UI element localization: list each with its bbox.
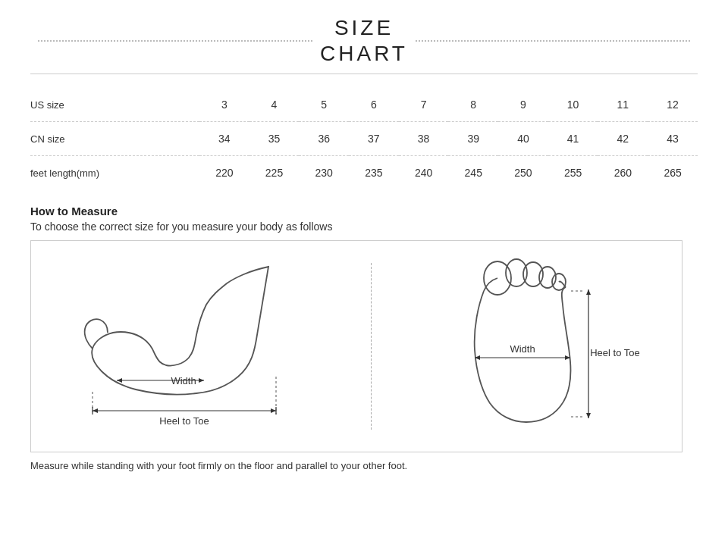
row-cell: 38 [399,122,449,156]
row-cell: 41 [548,122,598,156]
width-label-top: Width [510,343,535,355]
row-cell: 255 [548,156,598,190]
row-label: feet length(mm) [30,156,199,190]
row-cell: 35 [249,122,300,156]
row-cell: 9 [498,88,548,122]
row-cell: 245 [448,156,498,190]
row-cell: 39 [448,122,498,156]
row-cell: 6 [349,88,399,122]
row-cell: 235 [349,156,399,190]
row-cell: 7 [399,88,449,122]
table-row: CN size34353637383940414243 [30,122,698,156]
header-divider [30,74,698,74]
heel-to-toe-label-side: Heel to Toe [159,415,209,427]
how-to-title: How to Measure [30,205,698,217]
svg-marker-4 [93,408,98,413]
vertical-divider [371,263,372,430]
size-table: US size3456789101112CN size3435363738394… [30,88,698,189]
foot-top-view: Width Heel to Toe [406,252,649,441]
row-cell: 36 [299,122,349,156]
illustration-box: Width Heel to Toe [30,240,682,452]
row-cell: 8 [448,88,498,122]
row-cell: 225 [249,156,300,190]
table-row: US size3456789101112 [30,88,698,122]
row-cell: 265 [648,156,698,190]
top-foot-svg: Width Heel to Toe [414,252,642,433]
title-block: SIZE CHART [320,15,408,66]
row-cell: 40 [498,122,548,156]
svg-marker-19 [586,289,591,295]
svg-marker-5 [271,408,276,413]
row-cell: 34 [199,122,249,156]
svg-marker-2 [199,378,204,383]
row-cell: 240 [399,156,449,190]
row-cell: 3 [199,88,249,122]
row-label: CN size [30,122,199,156]
row-cell: 43 [648,122,698,156]
row-cell: 12 [648,88,698,122]
row-cell: 4 [249,88,300,122]
row-cell: 5 [299,88,349,122]
row-cell: 10 [548,88,598,122]
heel-to-toe-label-top: Heel to Toe [590,347,640,358]
row-cell: 42 [598,122,648,156]
side-foot-svg: Width Heel to Toe [71,252,329,433]
row-cell: 220 [199,156,249,190]
dot-line-left [38,40,312,42]
header-row: SIZE CHART [30,15,698,66]
page: SIZE CHART US size3456789101112CN size34… [0,0,728,494]
how-to-section: How to Measure To choose the correct siz… [30,205,698,471]
svg-marker-20 [586,413,591,418]
row-cell: 260 [598,156,648,190]
page-title: SIZE CHART [320,15,408,66]
row-cell: 230 [299,156,349,190]
foot-side-view: Width Heel to Toe [64,252,337,441]
row-label: US size [30,88,199,122]
measure-note: Measure while standing with your foot fi… [30,460,698,471]
dot-line-right [416,40,690,42]
table-row: feet length(mm)2202252302352402452502552… [30,156,698,190]
svg-marker-1 [117,378,122,383]
how-to-subtitle: To choose the correct size for you measu… [30,221,698,233]
row-cell: 37 [349,122,399,156]
row-cell: 11 [598,88,648,122]
row-cell: 250 [498,156,548,190]
